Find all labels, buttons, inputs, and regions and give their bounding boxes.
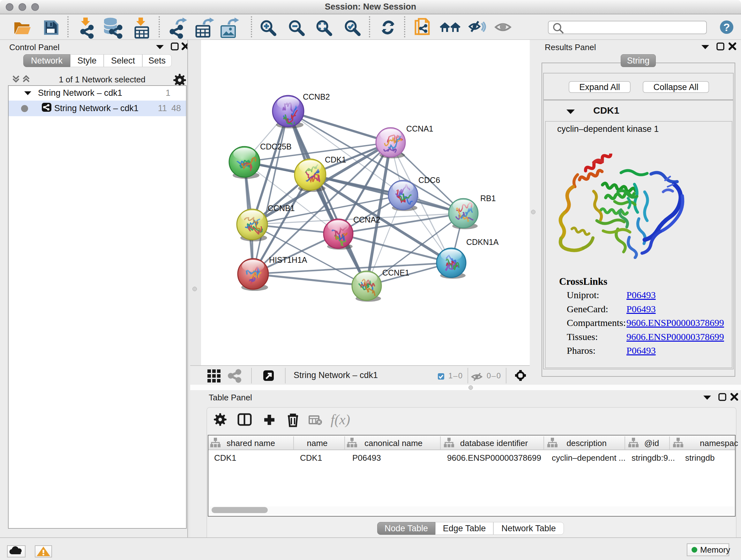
svg-text:f(x): f(x) <box>331 412 350 428</box>
svg-text:CDK1: CDK1 <box>325 155 346 164</box>
svg-text:HIST1H1A: HIST1H1A <box>269 255 307 264</box>
svg-text:CDC6: CDC6 <box>418 176 440 185</box>
svg-text:?: ? <box>724 21 730 33</box>
svg-text:CCNB2: CCNB2 <box>303 92 330 101</box>
svg-text:CCNA1: CCNA1 <box>406 124 433 133</box>
svg-text:CCNA2: CCNA2 <box>353 215 381 224</box>
svg-text:CDC25B: CDC25B <box>260 142 292 151</box>
svg-text:RB1: RB1 <box>480 194 496 203</box>
svg-text:CCNE1: CCNE1 <box>382 268 409 277</box>
svg-text:CCNB1: CCNB1 <box>268 204 295 212</box>
svg-text:CDKN1A: CDKN1A <box>466 238 499 246</box>
